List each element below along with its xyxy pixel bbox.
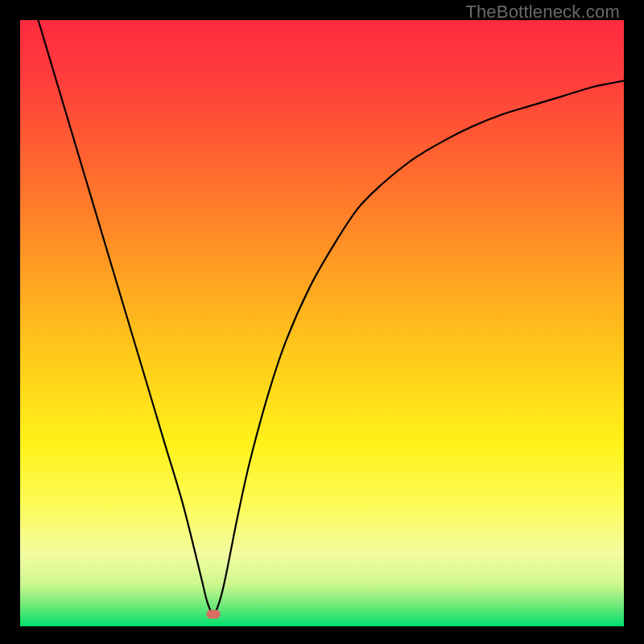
optimal-point-marker xyxy=(207,609,221,618)
bottleneck-curve xyxy=(20,20,624,626)
watermark-text: TheBottleneck.com xyxy=(465,2,620,23)
plot-frame xyxy=(20,20,624,626)
